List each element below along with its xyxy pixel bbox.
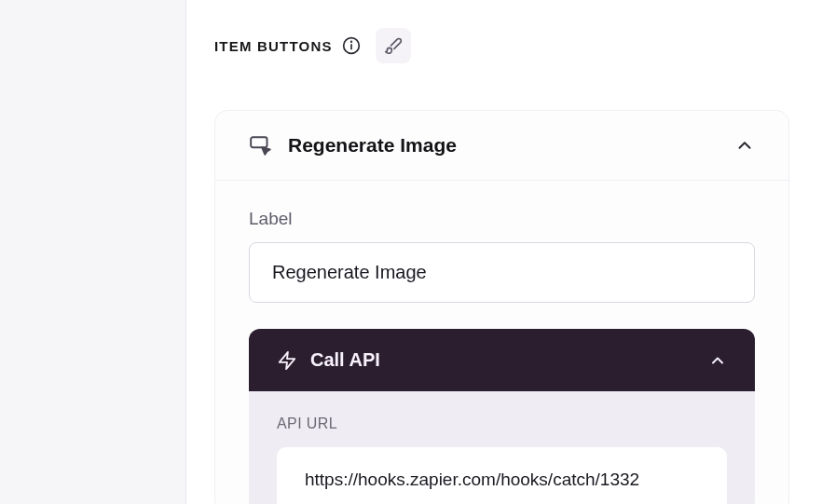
label-input[interactable] (249, 242, 755, 303)
card-header[interactable]: Regenerate Image (215, 111, 788, 181)
sidebar (0, 0, 186, 504)
button-icon (249, 133, 273, 157)
api-url-label: API URL (277, 415, 727, 432)
call-api-header[interactable]: Call API (249, 329, 755, 391)
call-api-body: API URL https://hooks.zapier.com/hooks/c… (249, 391, 755, 504)
section-header: ITEM BUTTONS (214, 28, 789, 63)
section-title: ITEM BUTTONS (214, 38, 333, 54)
svg-marker-4 (280, 351, 295, 368)
card-body: Label Call API (215, 181, 788, 504)
lightning-icon (277, 350, 297, 371)
chevron-up-icon (734, 135, 755, 156)
api-url-value: https://hooks.zapier.com/hooks/catch/133… (305, 470, 639, 489)
svg-point-2 (350, 41, 351, 42)
info-icon[interactable] (342, 36, 361, 55)
card-title: Regenerate Image (288, 134, 734, 157)
svg-rect-3 (251, 137, 267, 147)
api-url-input[interactable]: https://hooks.zapier.com/hooks/catch/133… (277, 447, 727, 504)
main-panel: ITEM BUTTONS Regenerate Image (186, 0, 822, 504)
call-api-title: Call API (310, 349, 708, 371)
style-brush-button[interactable] (376, 28, 411, 63)
call-api-card: Call API API URL https://hooks.zapier.co… (249, 329, 755, 504)
chevron-up-icon (708, 351, 727, 370)
item-button-card: Regenerate Image Label Cal (214, 110, 789, 504)
label-field-label: Label (249, 209, 755, 229)
